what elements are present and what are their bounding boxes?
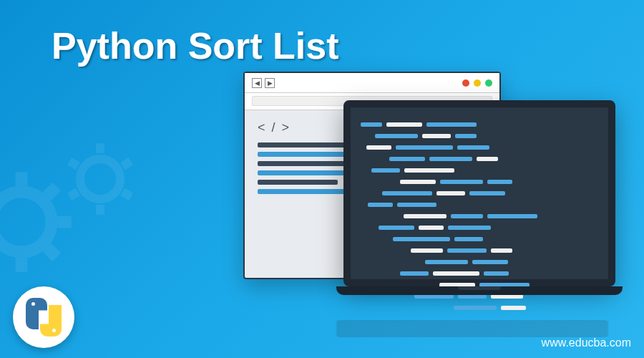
svg-rect-3 <box>57 216 72 228</box>
nav-forward-icon: ▶ <box>265 78 275 88</box>
gear-icon <box>64 143 136 215</box>
laptop-screen <box>343 100 615 286</box>
close-icon <box>462 79 469 87</box>
svg-rect-13 <box>96 205 104 215</box>
laptop-illustration <box>336 100 623 295</box>
browser-titlebar: ◀ ▶ <box>245 73 499 93</box>
svg-rect-1 <box>16 172 28 186</box>
svg-rect-12 <box>120 188 133 200</box>
svg-rect-5 <box>16 258 28 272</box>
gear-icon <box>0 172 72 272</box>
svg-rect-14 <box>67 188 80 200</box>
python-logo-badge <box>13 286 74 348</box>
page-title: Python Sort List <box>52 24 339 67</box>
svg-rect-10 <box>96 143 104 153</box>
laptop-base <box>336 286 623 295</box>
svg-rect-11 <box>120 158 133 170</box>
maximize-icon <box>485 79 492 87</box>
svg-rect-15 <box>67 158 80 170</box>
reflection <box>243 311 623 337</box>
python-logo-icon <box>24 298 63 337</box>
svg-point-9 <box>80 159 120 199</box>
svg-point-0 <box>0 192 52 252</box>
nav-back-icon: ◀ <box>252 78 262 88</box>
watermark: www.educba.com <box>542 337 631 349</box>
minimize-icon <box>474 79 481 87</box>
